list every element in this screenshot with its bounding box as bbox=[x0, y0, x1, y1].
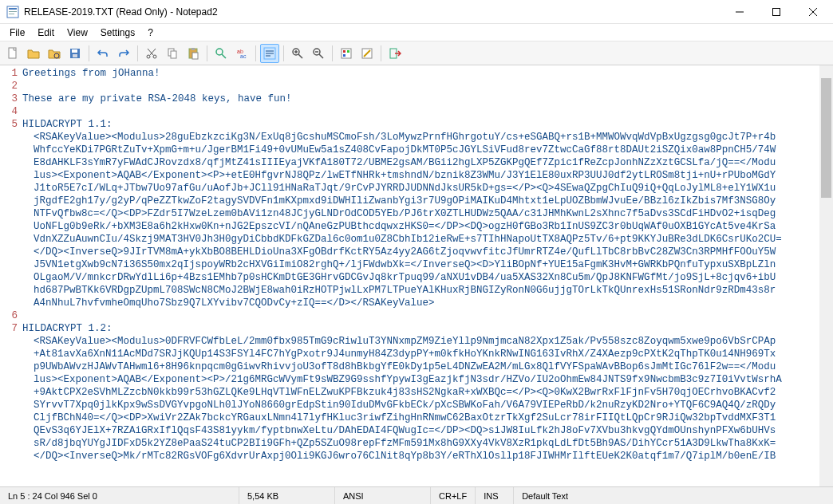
scroll-thumb[interactable] bbox=[821, 78, 831, 198]
line-number: 7 bbox=[0, 322, 22, 335]
svg-point-11 bbox=[153, 55, 156, 58]
text-line[interactable]: NTFvQfbw8c=</Q><DP>FZdr5I7WzeLzem0bAVi1z… bbox=[22, 207, 833, 220]
gutter: 1234567 bbox=[0, 65, 22, 486]
menu-settings[interactable]: Settings bbox=[94, 26, 141, 40]
separator bbox=[381, 45, 381, 61]
undo-button[interactable] bbox=[93, 44, 113, 63]
svg-rect-24 bbox=[343, 50, 345, 53]
svg-rect-8 bbox=[72, 49, 77, 53]
save-button[interactable] bbox=[65, 44, 85, 63]
maximize-button[interactable] bbox=[758, 0, 795, 23]
open-file-button[interactable] bbox=[24, 44, 43, 63]
text-line[interactable]: J5VN1etgXwb9cN7i36S50mx2qIjspoyWRb2cHXVG… bbox=[22, 258, 833, 271]
window-controls bbox=[721, 0, 831, 23]
text-line[interactable]: hd687PwBTKk6VRDgpZUpmL708SWcN8CMoJ2BWjE8… bbox=[22, 284, 833, 297]
zoomout-button[interactable] bbox=[309, 44, 328, 63]
svg-text:ac: ac bbox=[240, 53, 247, 59]
line-number: 3 bbox=[0, 93, 22, 105]
text-line[interactable]: These are my private RSA-2048 keys, have… bbox=[22, 93, 833, 105]
status-position[interactable]: Ln 5 : 24 Col 946 Sel 0 bbox=[0, 487, 239, 504]
toolbar: abac bbox=[0, 41, 833, 65]
text-line[interactable]: OLgaoM/V/mnkcrDRwYdlLi6p+4Bzs1EMhb7p0sHC… bbox=[22, 271, 833, 284]
separator bbox=[332, 45, 333, 61]
text-line[interactable]: +9AktCPX2eSVhMLZzcbN0kkb99r53hGZLQKe9LHq… bbox=[22, 386, 833, 399]
menubar: File Edit View Settings ? bbox=[0, 24, 833, 41]
line-number: 1 bbox=[0, 67, 22, 80]
minimize-button[interactable] bbox=[721, 0, 758, 23]
text-line[interactable]: <RSAKeyValue><Modulus>28guEbzkzciKg3N/Ex… bbox=[22, 131, 833, 144]
text-line[interactable]: lus><Exponent>AQAB</Exponent><P>+etE0Hfg… bbox=[22, 169, 833, 182]
menu-file[interactable]: File bbox=[3, 26, 31, 40]
text-line[interactable]: lus><Exponent>AQAB</Exponent><P>/21g6MRG… bbox=[22, 373, 833, 386]
text-line[interactable] bbox=[22, 105, 833, 118]
status-lineending[interactable]: CR+LF bbox=[431, 487, 476, 504]
redo-button[interactable] bbox=[114, 44, 133, 63]
wordwrap-button[interactable] bbox=[260, 44, 279, 63]
separator bbox=[89, 45, 89, 61]
svg-rect-4 bbox=[773, 8, 780, 15]
svg-rect-2 bbox=[9, 11, 17, 12]
copy-button[interactable] bbox=[163, 44, 182, 63]
text-line[interactable]: </DQ><InverseQ>Mk/rMTc82RGsVOFg6XdvrUrAx… bbox=[22, 450, 833, 463]
scheme-button[interactable] bbox=[337, 44, 356, 63]
line-number: 6 bbox=[0, 309, 22, 322]
text-line[interactable]: J1toR5E7cI/WLq+JTbw7Uo97afGu/uAofJb+JCll… bbox=[22, 182, 833, 195]
svg-rect-16 bbox=[192, 53, 198, 59]
text-line[interactable]: jRgdfE2gh17y/g2yP/qPeZZTkwZoF2tagySVDVFn… bbox=[22, 195, 833, 207]
text-line[interactable]: Greetings from jOHanna! bbox=[22, 67, 833, 80]
svg-rect-9 bbox=[73, 54, 77, 57]
text-line[interactable]: sR/d8jbqYUYgJIDFxD5k2YZ8ePaaS24tuCP2BIi9… bbox=[22, 437, 833, 450]
browse-button[interactable] bbox=[45, 44, 64, 63]
text-line[interactable]: HILDACRYPT 1.2: bbox=[22, 322, 833, 335]
text-line[interactable]: SYrvvT7Xpq0jlkKpx9wSsDVGYvpgoNLh0lJYoN86… bbox=[22, 399, 833, 411]
svg-rect-3 bbox=[9, 14, 14, 14]
statusbar: Ln 5 : 24 Col 946 Sel 0 5,54 KB ANSI CR+… bbox=[0, 486, 833, 504]
menu-view[interactable]: View bbox=[61, 26, 94, 40]
titlebar: RELEASE-2019.TXT (Read Only) - Notepad2 bbox=[0, 0, 833, 24]
text-content[interactable]: Greetings from jOHanna!These are my priv… bbox=[22, 65, 833, 486]
customize-button[interactable] bbox=[357, 44, 377, 63]
svg-point-10 bbox=[147, 55, 150, 58]
vertical-scrollbar[interactable] bbox=[819, 65, 833, 486]
separator bbox=[283, 45, 284, 61]
svg-rect-5 bbox=[9, 48, 16, 58]
separator bbox=[137, 45, 138, 61]
find-button[interactable] bbox=[211, 44, 231, 63]
status-filesize: 5,54 KB bbox=[239, 487, 335, 504]
text-line[interactable]: HILDACRYPT 1.1: bbox=[22, 118, 833, 131]
exit-button[interactable] bbox=[385, 44, 405, 63]
status-scheme[interactable]: Default Text bbox=[514, 487, 833, 504]
line-number: 4 bbox=[0, 105, 22, 118]
paste-button[interactable] bbox=[184, 44, 203, 63]
editor-area[interactable]: 1234567 Greetings from jOHanna!These are… bbox=[0, 65, 833, 486]
zoomin-button[interactable] bbox=[288, 44, 307, 63]
menu-help[interactable]: ? bbox=[141, 26, 160, 40]
text-line[interactable]: VdnXZZuAuwnCIu/4Skzj9MAT3HV0Jh3H0gyDiCbb… bbox=[22, 233, 833, 246]
menu-edit[interactable]: Edit bbox=[31, 26, 61, 40]
svg-rect-15 bbox=[191, 48, 195, 50]
status-encoding[interactable]: ANSI bbox=[335, 487, 431, 504]
text-line[interactable]: <RSAKeyValue><Modulus>0DFRVFCWfbLeL/2mm0… bbox=[22, 335, 833, 348]
text-line[interactable]: CljfBChN40=</Q><DP>XwiVr2ZAk7bckcYRGauxL… bbox=[22, 411, 833, 424]
cut-button[interactable] bbox=[142, 44, 161, 63]
text-line[interactable]: p9UWbAWvzHJAWvTAHwml6+8H96knpqcm0gGiwvRh… bbox=[22, 360, 833, 373]
status-overwrite[interactable]: INS bbox=[476, 487, 514, 504]
replace-button[interactable]: abac bbox=[232, 44, 251, 63]
text-line[interactable]: </DQ><InverseQ>9JIrTVM8mA+ykXbBO8BEHLDio… bbox=[22, 246, 833, 258]
text-line[interactable]: WhfccYeKDi7PGRtZuTv+XpmG+m+u/JgerBM1Fi49… bbox=[22, 144, 833, 156]
new-file-button[interactable] bbox=[3, 44, 22, 63]
line-number: 2 bbox=[0, 80, 22, 93]
text-line[interactable] bbox=[22, 309, 833, 322]
text-line[interactable]: UoNFLg0b9eRk/+bXM3E8a6h2kHxw0Kn+nJG2Epsz… bbox=[22, 220, 833, 233]
line-number: 5 bbox=[0, 118, 22, 131]
separator bbox=[255, 45, 256, 61]
text-line[interactable]: E8dAHKLF3sYmR7yFWAdCJRovzdx8/qfjMtZ41sII… bbox=[22, 156, 833, 169]
text-line[interactable]: +At81avXa6XnN11AcMDd7SRJjKQUp14S3FSYl4FC… bbox=[22, 348, 833, 360]
svg-point-17 bbox=[216, 49, 223, 55]
text-line[interactable] bbox=[22, 80, 833, 93]
text-line[interactable]: QEvS3q6YJElX+7RZAiGRxIflQqsF43S81yykm/fy… bbox=[22, 424, 833, 437]
text-line[interactable]: A4nNhuL7hvfvmheOmqUho7Sbz9Q7LXYvibv7CQOD… bbox=[22, 297, 833, 309]
svg-rect-23 bbox=[341, 49, 351, 58]
close-button[interactable] bbox=[795, 0, 831, 23]
app-icon bbox=[6, 6, 19, 18]
